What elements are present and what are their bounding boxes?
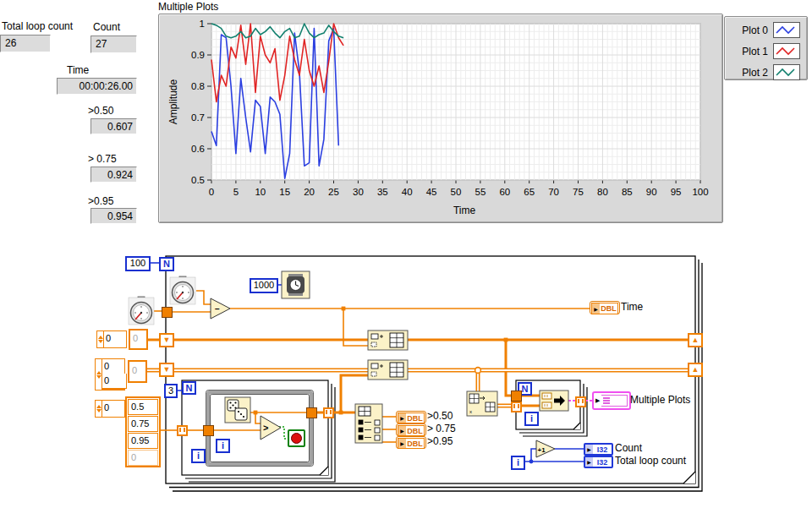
threshold-0[interactable]: 0.5	[128, 399, 158, 415]
outer-n-terminal[interactable]: N	[159, 257, 174, 271]
wait-ms-node[interactable]	[282, 271, 310, 298]
dice-node[interactable]	[225, 397, 250, 423]
greater-than-node[interactable]: >	[261, 416, 281, 440]
subtract-node[interactable]: −	[211, 298, 230, 319]
total-loop-count-terminal-label: Total loop count	[615, 455, 686, 467]
sr1-init-index[interactable]: 0	[96, 330, 127, 348]
multiple-plots-terminal[interactable]: ▶	[592, 391, 631, 410]
build-array-node[interactable]	[368, 330, 408, 350]
gt075-terminal-label: > 0.75	[427, 423, 456, 434]
increment-node[interactable]: +1	[536, 440, 555, 457]
count-terminal-label: Count	[615, 442, 642, 454]
loop-condition-terminal[interactable]	[288, 429, 305, 447]
output-arrow-icon: ▶	[585, 445, 593, 454]
multiple-plots-terminal-label: Multiple Plots	[630, 394, 690, 406]
shift-register-right-1[interactable]: ▲	[688, 333, 703, 347]
threshold-array-index[interactable]: 0	[95, 400, 125, 418]
gt050-terminal-label: >0.50	[427, 410, 453, 422]
bundle-node[interactable]	[540, 391, 568, 411]
total-loop-count-terminal[interactable]: ▶I32	[584, 456, 613, 468]
gt095-terminal-label: >0.95	[427, 435, 453, 447]
tunnel-rows-in[interactable]	[511, 401, 522, 412]
shift-register-left-2[interactable]: ▼	[159, 363, 174, 377]
tunnel-while-threshold[interactable]	[203, 425, 214, 436]
spinner-arrows-icon[interactable]	[96, 401, 102, 417]
wire-boolean[interactable]	[279, 427, 288, 439]
tunnel-times-in[interactable]	[511, 391, 522, 401]
threshold-2[interactable]: 0.95	[128, 433, 158, 449]
labview-window: Total loop count 26 Count 27 Time 00:00:…	[0, 0, 812, 508]
output-arrow-icon: ▶	[398, 439, 406, 448]
outer-i-terminal[interactable]: i	[511, 456, 525, 470]
time-terminal-label: Time	[621, 301, 643, 313]
output-arrow-icon: ▶	[398, 426, 406, 435]
inner-n-terminal[interactable]: N	[182, 381, 196, 395]
sr1-init-element[interactable]: 0	[129, 329, 148, 350]
threshold-1[interactable]: 0.75	[128, 416, 158, 432]
index-array-node[interactable]	[355, 404, 382, 443]
gt095-terminal[interactable]: ▶DBL	[396, 436, 426, 449]
svg-text:>: >	[263, 423, 268, 433]
spinner-arrows-icon[interactable]	[97, 331, 104, 347]
tunnel-threshold-in[interactable]	[177, 425, 188, 436]
stopwatch-icon[interactable]	[170, 276, 195, 304]
wait-ms-constant[interactable]: 1000	[250, 278, 278, 293]
output-arrow-icon: ▶	[398, 413, 406, 423]
output-arrow-icon: ▶	[585, 457, 593, 467]
shift-register-right-2[interactable]: ▲	[688, 363, 703, 377]
sr2-init-index-b[interactable]: 0	[102, 374, 127, 389]
transpose-array-node[interactable]: x	[467, 391, 497, 416]
cluster-array-icon	[601, 395, 628, 407]
outer-n-constant[interactable]: 100	[125, 256, 151, 271]
gt075-terminal[interactable]: ▶DBL	[396, 423, 426, 436]
svg-text:x: x	[469, 409, 472, 414]
while-loop[interactable]	[206, 391, 314, 467]
inner-i-terminal[interactable]: i	[191, 449, 206, 463]
tunnel-array-out[interactable]	[323, 407, 334, 418]
while-i-terminal[interactable]: i	[216, 439, 230, 453]
tunnel-tick-count[interactable]	[162, 307, 173, 318]
shift-register-left-1[interactable]: ▼	[159, 333, 174, 347]
tunnel-random-out[interactable]	[306, 407, 317, 418]
inner-n-constant[interactable]: 3	[164, 384, 178, 398]
stopwatch-icon[interactable]	[129, 297, 154, 325]
stop-icon	[291, 433, 302, 444]
gt050-terminal[interactable]: ▶DBL	[396, 411, 426, 423]
threshold-empty[interactable]: 0	[128, 450, 158, 466]
build-array-node[interactable]	[368, 360, 408, 380]
plot-i-terminal[interactable]: i	[524, 412, 539, 426]
output-arrow-icon: ▶	[595, 397, 600, 404]
svg-text:−: −	[215, 304, 220, 314]
time-terminal[interactable]: ▶DBL	[590, 301, 620, 314]
sr2-init-element[interactable]: 0	[128, 360, 147, 383]
output-arrow-icon: ▶	[592, 303, 600, 314]
tunnel-cluster-out[interactable]	[575, 396, 586, 407]
svg-text:+1: +1	[538, 446, 546, 454]
threshold-array-constant[interactable]: 0.5 0.75 0.95 0	[125, 396, 161, 467]
count-terminal[interactable]: ▶I32	[584, 443, 613, 456]
